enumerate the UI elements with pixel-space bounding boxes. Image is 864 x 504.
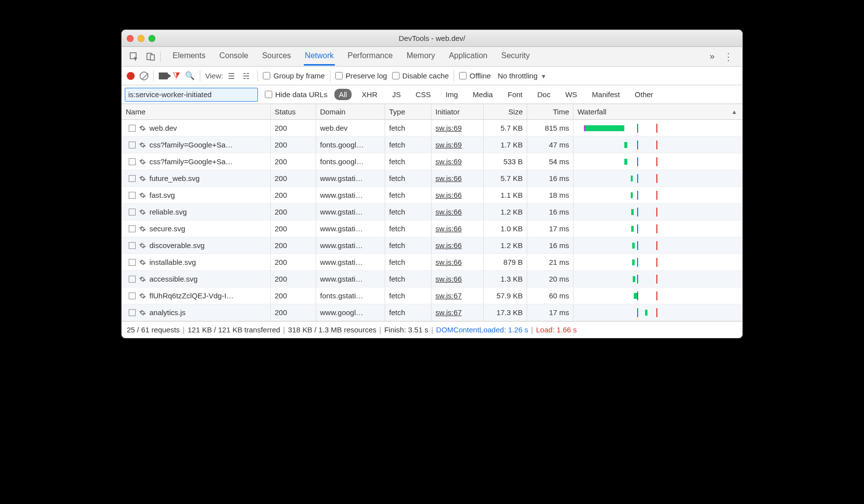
request-domain: www.gstati… <box>316 204 385 220</box>
type-filter-css[interactable]: CSS <box>411 89 435 100</box>
initiator-link[interactable]: sw.js:66 <box>435 174 462 182</box>
initiator-link[interactable]: sw.js:69 <box>435 141 462 149</box>
row-checkbox[interactable] <box>129 125 136 132</box>
request-row[interactable]: web.dev200web.devfetchsw.js:695.7 KB815 … <box>122 120 742 137</box>
initiator-link[interactable]: sw.js:69 <box>435 124 462 132</box>
inspect-icon[interactable] <box>127 49 142 64</box>
initiator-link[interactable]: sw.js:67 <box>435 291 462 300</box>
record-icon[interactable] <box>127 72 135 80</box>
initiator-link[interactable]: sw.js:66 <box>435 275 462 283</box>
request-time: 17 ms <box>527 304 574 321</box>
row-checkbox[interactable] <box>129 142 136 148</box>
initiator-link[interactable]: sw.js:66 <box>435 241 462 250</box>
row-checkbox[interactable] <box>129 209 136 216</box>
status-finish: Finish: 3.51 s <box>384 325 428 334</box>
initiator-link[interactable]: sw.js:66 <box>435 224 462 233</box>
type-filters: AllXHRJSCSSImgMediaFontDocWSManifestOthe… <box>334 89 658 100</box>
more-tabs-icon[interactable]: » <box>707 51 718 62</box>
row-checkbox[interactable] <box>129 192 136 199</box>
type-filter-doc[interactable]: Doc <box>533 89 555 100</box>
type-filter-manifest[interactable]: Manifest <box>587 89 624 100</box>
tab-memory[interactable]: Memory <box>405 47 436 66</box>
request-size: 1.0 KB <box>484 220 527 237</box>
group-by-frame-checkbox[interactable]: Group by frame <box>263 72 324 80</box>
request-row[interactable]: reliable.svg200www.gstati…fetchsw.js:661… <box>122 204 742 220</box>
request-time: 16 ms <box>527 170 574 186</box>
tab-network[interactable]: Network <box>304 47 335 66</box>
request-domain: www.gstati… <box>316 187 385 203</box>
row-checkbox[interactable] <box>129 292 136 299</box>
service-worker-icon <box>139 275 146 283</box>
initiator-link[interactable]: sw.js:69 <box>435 157 462 166</box>
row-checkbox[interactable] <box>129 175 136 182</box>
tab-security[interactable]: Security <box>500 47 531 66</box>
large-rows-icon[interactable]: ☰ <box>228 72 238 80</box>
request-domain: fonts.googl… <box>316 153 385 170</box>
clear-icon[interactable] <box>140 72 148 80</box>
request-row[interactable]: css?family=Google+Sa…200fonts.googl…fetc… <box>122 153 742 170</box>
row-checkbox[interactable] <box>129 259 136 266</box>
row-checkbox[interactable] <box>129 276 136 283</box>
device-toggle-icon[interactable] <box>144 49 158 64</box>
request-row[interactable]: fast.svg200www.gstati…fetchsw.js:661.1 K… <box>122 187 742 204</box>
tab-application[interactable]: Application <box>448 47 488 66</box>
tab-elements[interactable]: Elements <box>172 47 207 66</box>
hide-data-urls-checkbox[interactable]: Hide data URLs <box>265 90 327 99</box>
tab-sources[interactable]: Sources <box>261 47 292 66</box>
request-row[interactable]: flUhRq6tzZclQEJ-Vdg-I…200fonts.gstati…fe… <box>122 288 742 304</box>
devtools-window: DevTools - web.dev/ ElementsConsoleSourc… <box>121 30 743 338</box>
request-row[interactable]: analytics.js200www.googl…fetchsw.js:6717… <box>122 304 742 321</box>
col-size[interactable]: Size <box>484 104 527 119</box>
row-checkbox[interactable] <box>129 158 136 165</box>
col-status[interactable]: Status <box>271 104 316 119</box>
type-filter-other[interactable]: Other <box>630 89 658 100</box>
overview-icon[interactable]: ☵ <box>243 72 252 80</box>
request-row[interactable]: css?family=Google+Sa…200fonts.googl…fetc… <box>122 137 742 153</box>
row-checkbox[interactable] <box>129 242 136 249</box>
request-row[interactable]: future_web.svg200www.gstati…fetchsw.js:6… <box>122 170 742 187</box>
tab-console[interactable]: Console <box>218 47 250 66</box>
search-icon[interactable]: 🔍 <box>185 71 195 80</box>
request-size: 1.2 KB <box>484 204 527 220</box>
request-row[interactable]: accessible.svg200www.gstati…fetchsw.js:6… <box>122 271 742 288</box>
kebab-menu-icon[interactable]: ⋮ <box>720 51 737 63</box>
request-row[interactable]: discoverable.svg200www.gstati…fetchsw.js… <box>122 237 742 254</box>
type-filter-all[interactable]: All <box>334 89 352 100</box>
type-filter-xhr[interactable]: XHR <box>358 89 382 100</box>
initiator-link[interactable]: sw.js:67 <box>435 308 462 317</box>
col-initiator[interactable]: Initiator <box>432 104 484 119</box>
initiator-link[interactable]: sw.js:66 <box>435 258 462 266</box>
initiator-link[interactable]: sw.js:66 <box>435 208 462 216</box>
col-waterfall[interactable]: Waterfall▲ <box>574 104 742 119</box>
throttling-select[interactable]: No throttling ▼ <box>498 72 546 80</box>
filter-icon[interactable]: ⧩ <box>173 71 180 81</box>
request-row[interactable]: secure.svg200www.gstati…fetchsw.js:661.0… <box>122 220 742 237</box>
request-size: 5.7 KB <box>484 170 527 186</box>
disable-cache-checkbox[interactable]: Disable cache <box>392 72 449 80</box>
request-type: fetch <box>385 304 432 321</box>
tab-performance[interactable]: Performance <box>347 47 394 66</box>
type-filter-font[interactable]: Font <box>503 89 527 100</box>
preserve-log-checkbox[interactable]: Preserve log <box>335 72 387 80</box>
request-name: accessible.svg <box>149 275 198 283</box>
type-filter-media[interactable]: Media <box>468 89 498 100</box>
request-time: 17 ms <box>527 220 574 237</box>
screenshot-icon[interactable] <box>159 72 168 79</box>
request-size: 1.1 KB <box>484 187 527 203</box>
initiator-link[interactable]: sw.js:66 <box>435 191 462 199</box>
filter-input[interactable] <box>125 88 258 102</box>
request-status: 200 <box>271 137 316 153</box>
request-row[interactable]: installable.svg200www.gstati…fetchsw.js:… <box>122 254 742 271</box>
request-status: 200 <box>271 170 316 186</box>
row-checkbox[interactable] <box>129 309 136 316</box>
chevron-down-icon: ▼ <box>540 73 546 80</box>
type-filter-ws[interactable]: WS <box>561 89 581 100</box>
col-type[interactable]: Type <box>385 104 432 119</box>
col-name[interactable]: Name <box>122 104 271 119</box>
offline-checkbox[interactable]: Offline <box>459 72 491 80</box>
type-filter-img[interactable]: Img <box>441 89 463 100</box>
row-checkbox[interactable] <box>129 225 136 232</box>
col-domain[interactable]: Domain <box>316 104 385 119</box>
col-time[interactable]: Time <box>527 104 574 119</box>
type-filter-js[interactable]: JS <box>388 89 405 100</box>
